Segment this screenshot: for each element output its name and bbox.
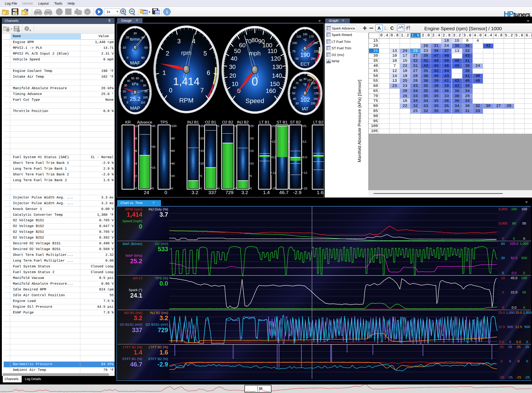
svg-text:75: 75 — [292, 50, 296, 53]
svg-text:80: 80 — [299, 79, 302, 82]
svg-text:60: 60 — [239, 42, 246, 49]
svg-text:ST B2: ST B2 — [290, 120, 301, 124]
svg-text:25.: 25. — [272, 124, 276, 128]
svg-text:60: 60 — [141, 56, 144, 59]
svg-text:8: 8 — [135, 137, 137, 140]
svg-text:10: 10 — [123, 96, 127, 99]
svg-text:225: 225 — [314, 50, 318, 53]
svg-text:IAT: IAT — [302, 106, 308, 111]
svg-text:0: 0 — [127, 56, 128, 59]
svg-text:15: 15 — [250, 149, 254, 152]
svg-text:12.: 12. — [272, 140, 276, 143]
svg-text:°F: °F — [303, 38, 307, 42]
svg-text:1: 1 — [218, 124, 220, 128]
svg-text:4: 4 — [135, 162, 137, 165]
svg-text:1.6: 1.6 — [317, 190, 323, 195]
svg-text:50: 50 — [131, 77, 134, 80]
svg-text:10: 10 — [232, 80, 238, 87]
svg-text:1.4: 1.4 — [263, 190, 270, 195]
svg-text:70: 70 — [140, 79, 144, 83]
svg-text:TPS: TPS — [160, 120, 168, 124]
svg-text:0: 0 — [218, 187, 220, 190]
svg-text:3.2: 3.2 — [191, 190, 198, 195]
svg-text:0: 0 — [152, 187, 154, 190]
svg-text:Speed: Speed — [246, 97, 264, 104]
svg-text:INJ B2: INJ B2 — [237, 120, 249, 124]
svg-text:25: 25 — [200, 124, 204, 128]
svg-text:30: 30 — [152, 145, 155, 148]
svg-text:-2.9: -2.9 — [293, 190, 301, 195]
svg-text:lb/min: lb/min — [130, 37, 140, 41]
svg-text:130: 130 — [314, 92, 319, 95]
svg-text:LT B1: LT B1 — [259, 120, 270, 124]
svg-text:0: 0 — [250, 187, 252, 190]
svg-text:2: 2 — [166, 50, 169, 57]
svg-text:30: 30 — [229, 63, 236, 70]
svg-text:150: 150 — [270, 80, 280, 87]
svg-text:i: i — [166, 9, 168, 15]
svg-text:80: 80 — [143, 84, 146, 87]
svg-text:250: 250 — [311, 57, 315, 60]
svg-text:102: 102 — [300, 96, 310, 103]
svg-text:0: 0 — [200, 187, 202, 190]
svg-text:6: 6 — [135, 149, 137, 152]
svg-text:15: 15 — [152, 166, 155, 169]
svg-text:100: 100 — [143, 96, 148, 99]
svg-text:5: 5 — [200, 174, 202, 178]
svg-text:10: 10 — [250, 162, 254, 165]
svg-text:120: 120 — [271, 55, 281, 62]
svg-text:130: 130 — [272, 63, 282, 70]
svg-text:20: 20 — [171, 174, 175, 178]
svg-text:30: 30 — [295, 102, 299, 105]
svg-text:24: 24 — [144, 190, 149, 195]
svg-text:kPa: kPa — [132, 82, 138, 86]
svg-text:0: 0 — [171, 187, 173, 190]
svg-text:3.2: 3.2 — [241, 190, 248, 195]
svg-text:20: 20 — [250, 137, 254, 140]
svg-text:20: 20 — [123, 90, 126, 93]
svg-text:125: 125 — [296, 35, 301, 38]
svg-text:80: 80 — [252, 37, 258, 44]
svg-text:0.0: 0.0 — [272, 156, 276, 159]
svg-text:MAF: MAF — [130, 60, 140, 65]
svg-text:O2 B1: O2 B1 — [205, 120, 216, 124]
svg-text:120: 120 — [313, 86, 318, 89]
svg-text:0: 0 — [169, 87, 172, 94]
svg-text:RPM: RPM — [179, 97, 194, 104]
svg-text:1x: 1x — [107, 10, 110, 14]
svg-text:7: 7 — [200, 87, 204, 94]
svg-text:10: 10 — [200, 162, 204, 165]
svg-text:150: 150 — [311, 102, 315, 105]
svg-text:ST B1: ST B1 — [277, 120, 288, 124]
svg-text:60: 60 — [293, 86, 296, 89]
svg-text:46.7: 46.7 — [279, 190, 289, 195]
svg-text:INJ B1: INJ B1 — [187, 120, 199, 124]
svg-text:0: 0 — [252, 75, 258, 88]
svg-text:-12: -12 — [303, 171, 307, 174]
svg-text:100: 100 — [307, 79, 312, 82]
svg-text:KR: KR — [125, 120, 131, 124]
svg-text:100: 100 — [292, 41, 297, 45]
svg-text:L: L — [384, 26, 387, 31]
svg-text:30: 30 — [134, 32, 137, 35]
svg-text:10: 10 — [123, 46, 126, 49]
svg-text:0: 0 — [127, 101, 128, 104]
svg-text:°F: °F — [303, 83, 307, 87]
svg-text:60: 60 — [136, 77, 139, 80]
svg-text:40: 40 — [293, 97, 296, 100]
svg-text:110: 110 — [268, 48, 277, 54]
svg-text:90: 90 — [303, 78, 307, 81]
svg-text:25.: 25. — [303, 124, 307, 128]
svg-text:190: 190 — [300, 52, 310, 58]
svg-text:45: 45 — [152, 124, 155, 128]
svg-text:140: 140 — [313, 97, 318, 100]
svg-text:50: 50 — [144, 46, 148, 49]
svg-text:1,414: 1,414 — [173, 75, 199, 87]
svg-text:rpm: rpm — [181, 49, 192, 56]
svg-text:40: 40 — [231, 55, 237, 62]
svg-text:20: 20 — [200, 137, 204, 140]
svg-text:2: 2 — [135, 174, 137, 178]
svg-text:O2 B2: O2 B2 — [222, 120, 233, 124]
svg-text:20: 20 — [229, 72, 236, 79]
svg-text:337: 337 — [208, 190, 216, 195]
